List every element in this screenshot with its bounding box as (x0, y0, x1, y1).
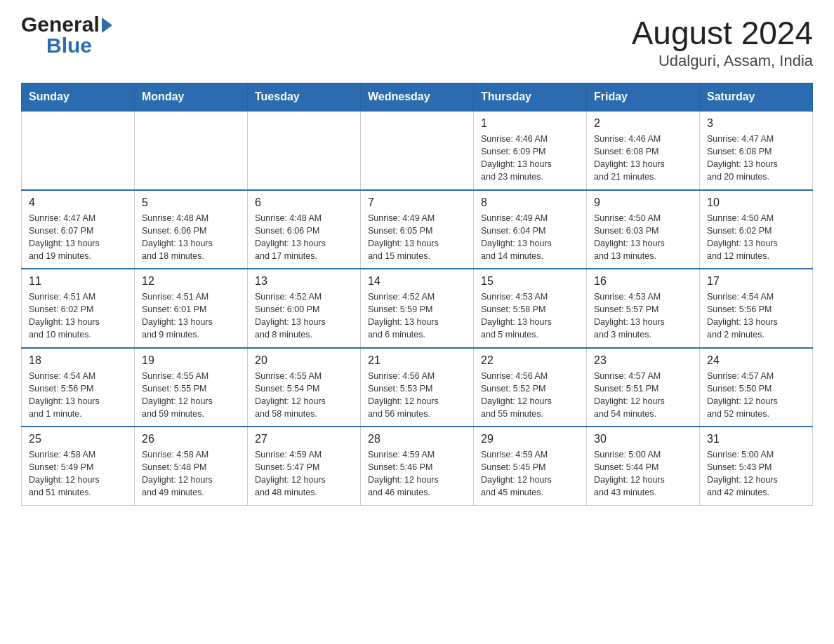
day-number: 12 (142, 275, 240, 288)
calendar-subtitle: Udalguri, Assam, India (632, 52, 813, 70)
day-info: Sunrise: 4:49 AMSunset: 6:04 PMDaylight:… (481, 212, 579, 263)
logo-arrow-icon (102, 18, 112, 33)
day-number: 27 (255, 433, 353, 445)
day-number: 30 (594, 433, 692, 445)
calendar-cell: 2Sunrise: 4:46 AMSunset: 6:08 PMDaylight… (587, 111, 700, 190)
calendar-cell (22, 111, 135, 190)
calendar-cell: 28Sunrise: 4:59 AMSunset: 5:46 PMDayligh… (361, 427, 474, 505)
day-number: 18 (29, 354, 127, 367)
calendar-cell (248, 111, 361, 190)
calendar-cell: 10Sunrise: 4:50 AMSunset: 6:02 PMDayligh… (700, 190, 813, 269)
calendar-cell: 7Sunrise: 4:49 AMSunset: 6:05 PMDaylight… (361, 190, 474, 269)
day-info: Sunrise: 4:47 AMSunset: 6:08 PMDaylight:… (707, 133, 805, 184)
day-number: 21 (368, 354, 466, 367)
calendar-cell: 15Sunrise: 4:53 AMSunset: 5:58 PMDayligh… (474, 269, 587, 348)
day-info: Sunrise: 4:46 AMSunset: 6:08 PMDaylight:… (594, 133, 692, 184)
day-number: 22 (481, 354, 579, 367)
day-info: Sunrise: 4:46 AMSunset: 6:09 PMDaylight:… (481, 133, 579, 184)
calendar-cell: 25Sunrise: 4:58 AMSunset: 5:49 PMDayligh… (22, 427, 135, 505)
day-info: Sunrise: 4:52 AMSunset: 6:00 PMDaylight:… (255, 290, 353, 342)
day-number: 17 (707, 275, 805, 288)
day-info: Sunrise: 4:49 AMSunset: 6:05 PMDaylight:… (368, 212, 466, 263)
day-info: Sunrise: 4:57 AMSunset: 5:51 PMDaylight:… (594, 370, 692, 421)
logo: General Blue (21, 14, 112, 56)
day-of-week-header: Monday (135, 83, 248, 112)
day-info: Sunrise: 4:48 AMSunset: 6:06 PMDaylight:… (255, 212, 353, 263)
day-number: 29 (481, 433, 579, 445)
day-number: 25 (29, 433, 127, 445)
week-row: 11Sunrise: 4:51 AMSunset: 6:02 PMDayligh… (22, 269, 813, 348)
calendar-cell: 9Sunrise: 4:50 AMSunset: 6:03 PMDaylight… (587, 190, 700, 269)
day-number: 3 (707, 117, 805, 130)
calendar-cell: 11Sunrise: 4:51 AMSunset: 6:02 PMDayligh… (22, 269, 135, 348)
calendar-cell: 20Sunrise: 4:55 AMSunset: 5:54 PMDayligh… (248, 348, 361, 427)
day-info: Sunrise: 4:50 AMSunset: 6:02 PMDaylight:… (707, 212, 805, 263)
page-header: General Blue August 2024 Udalguri, Assam… (21, 14, 813, 70)
calendar-cell: 30Sunrise: 5:00 AMSunset: 5:44 PMDayligh… (587, 427, 700, 505)
day-info: Sunrise: 4:51 AMSunset: 6:01 PMDaylight:… (142, 290, 240, 342)
day-info: Sunrise: 4:59 AMSunset: 5:46 PMDaylight:… (368, 448, 466, 499)
day-number: 11 (29, 275, 127, 288)
week-row: 25Sunrise: 4:58 AMSunset: 5:49 PMDayligh… (22, 427, 813, 505)
day-info: Sunrise: 4:58 AMSunset: 5:48 PMDaylight:… (142, 448, 240, 499)
day-number: 9 (594, 196, 692, 209)
calendar-cell: 18Sunrise: 4:54 AMSunset: 5:56 PMDayligh… (22, 348, 135, 427)
calendar-cell: 14Sunrise: 4:52 AMSunset: 5:59 PMDayligh… (361, 269, 474, 348)
day-number: 13 (255, 275, 353, 288)
day-of-week-header: Saturday (700, 83, 813, 112)
calendar-cell: 22Sunrise: 4:56 AMSunset: 5:52 PMDayligh… (474, 348, 587, 427)
day-info: Sunrise: 4:55 AMSunset: 5:55 PMDaylight:… (142, 370, 240, 421)
day-number: 31 (707, 433, 805, 445)
calendar-cell: 16Sunrise: 4:53 AMSunset: 5:57 PMDayligh… (587, 269, 700, 348)
day-info: Sunrise: 4:52 AMSunset: 5:59 PMDaylight:… (368, 290, 466, 342)
day-info: Sunrise: 4:56 AMSunset: 5:53 PMDaylight:… (368, 370, 466, 421)
calendar-cell: 12Sunrise: 4:51 AMSunset: 6:01 PMDayligh… (135, 269, 248, 348)
day-number: 23 (594, 354, 692, 367)
day-number: 14 (368, 275, 466, 288)
day-info: Sunrise: 4:53 AMSunset: 5:58 PMDaylight:… (481, 290, 579, 342)
calendar-header-row: SundayMondayTuesdayWednesdayThursdayFrid… (22, 83, 813, 112)
calendar-cell: 23Sunrise: 4:57 AMSunset: 5:51 PMDayligh… (587, 348, 700, 427)
calendar-cell: 5Sunrise: 4:48 AMSunset: 6:06 PMDaylight… (135, 190, 248, 269)
day-info: Sunrise: 4:50 AMSunset: 6:03 PMDaylight:… (594, 212, 692, 263)
day-of-week-header: Sunday (22, 83, 135, 112)
day-number: 1 (481, 117, 579, 130)
day-number: 15 (481, 275, 579, 288)
calendar-cell: 8Sunrise: 4:49 AMSunset: 6:04 PMDaylight… (474, 190, 587, 269)
calendar-cell (361, 111, 474, 190)
day-info: Sunrise: 4:58 AMSunset: 5:49 PMDaylight:… (29, 448, 127, 499)
calendar-cell: 17Sunrise: 4:54 AMSunset: 5:56 PMDayligh… (700, 269, 813, 348)
day-number: 5 (142, 196, 240, 209)
calendar-cell: 29Sunrise: 4:59 AMSunset: 5:45 PMDayligh… (474, 427, 587, 505)
calendar-cell: 31Sunrise: 5:00 AMSunset: 5:43 PMDayligh… (700, 427, 813, 505)
calendar-cell: 24Sunrise: 4:57 AMSunset: 5:50 PMDayligh… (700, 348, 813, 427)
calendar-cell: 27Sunrise: 4:59 AMSunset: 5:47 PMDayligh… (248, 427, 361, 505)
calendar-cell (135, 111, 248, 190)
day-number: 28 (368, 433, 466, 445)
day-info: Sunrise: 4:47 AMSunset: 6:07 PMDaylight:… (29, 212, 127, 263)
day-number: 16 (594, 275, 692, 288)
day-number: 24 (707, 354, 805, 367)
day-of-week-header: Thursday (474, 83, 587, 112)
calendar-cell: 1Sunrise: 4:46 AMSunset: 6:09 PMDaylight… (474, 111, 587, 190)
day-number: 8 (481, 196, 579, 209)
calendar-cell: 21Sunrise: 4:56 AMSunset: 5:53 PMDayligh… (361, 348, 474, 427)
day-info: Sunrise: 4:57 AMSunset: 5:50 PMDaylight:… (707, 370, 805, 421)
day-number: 19 (142, 354, 240, 367)
day-info: Sunrise: 4:54 AMSunset: 5:56 PMDaylight:… (707, 290, 805, 342)
day-info: Sunrise: 4:56 AMSunset: 5:52 PMDaylight:… (481, 370, 579, 421)
day-info: Sunrise: 4:48 AMSunset: 6:06 PMDaylight:… (142, 212, 240, 263)
day-info: Sunrise: 4:51 AMSunset: 6:02 PMDaylight:… (29, 290, 127, 342)
day-info: Sunrise: 4:59 AMSunset: 5:45 PMDaylight:… (481, 448, 579, 499)
day-number: 7 (368, 196, 466, 209)
day-of-week-header: Friday (587, 83, 700, 112)
day-of-week-header: Tuesday (248, 83, 361, 112)
day-info: Sunrise: 5:00 AMSunset: 5:43 PMDaylight:… (707, 448, 805, 499)
day-number: 26 (142, 433, 240, 445)
calendar-cell: 4Sunrise: 4:47 AMSunset: 6:07 PMDaylight… (22, 190, 135, 269)
calendar-table: SundayMondayTuesdayWednesdayThursdayFrid… (21, 83, 813, 506)
calendar-cell: 19Sunrise: 4:55 AMSunset: 5:55 PMDayligh… (135, 348, 248, 427)
day-of-week-header: Wednesday (361, 83, 474, 112)
day-number: 10 (707, 196, 805, 209)
day-info: Sunrise: 4:55 AMSunset: 5:54 PMDaylight:… (255, 370, 353, 421)
